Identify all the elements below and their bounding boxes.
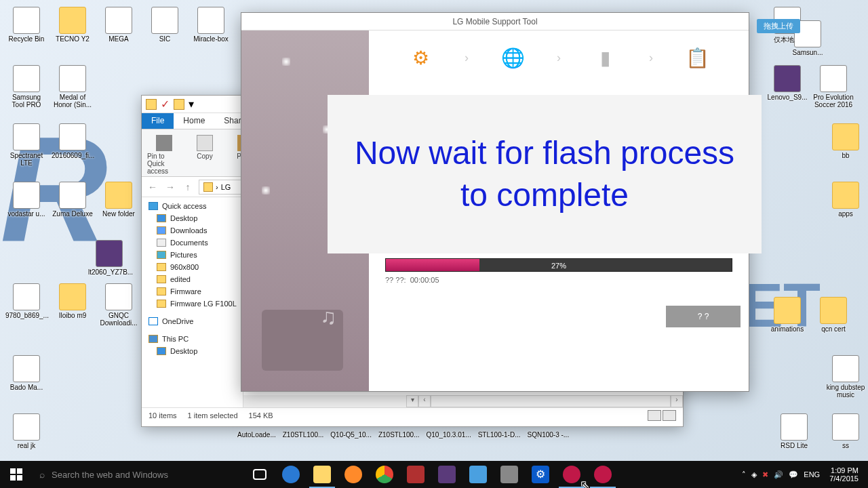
desktop-icon[interactable]: 20160609_fi... — [52, 123, 94, 159]
nav-quick-access[interactable]: Quick access — [142, 200, 243, 212]
desktop-icon-label[interactable]: Q10-Q5_10... — [330, 431, 372, 439]
tray-language[interactable]: ENG — [804, 470, 820, 479]
desktop-icon-label: animations — [766, 325, 808, 333]
tray-clock[interactable]: 1:09 PM 7/4/2015 — [825, 466, 863, 483]
lg-app-1[interactable] — [556, 461, 587, 488]
desktop-icon[interactable]: Pro Evolution Soccer 2016 — [812, 65, 854, 108]
desktop-icon[interactable]: GNQC Downloadi... — [98, 283, 140, 327]
nav-pictures[interactable]: Pictures — [142, 249, 243, 261]
desktop-icon-label[interactable]: AutoLoade... — [237, 431, 276, 439]
desktop-icon[interactable]: MEGA — [98, 7, 140, 43]
lg-app-2[interactable] — [587, 461, 618, 488]
explorer-hscrollbar[interactable]: ▾ ‹ › — [243, 395, 683, 407]
desktop-icon-label[interactable]: SQN100-3 -... — [527, 431, 569, 439]
drag-upload-badge[interactable]: 拖拽上传 — [757, 19, 800, 33]
desktop-icon-label[interactable]: Z10STL100... — [283, 431, 324, 439]
tab-home[interactable]: Home — [174, 113, 214, 129]
edge-app[interactable] — [275, 461, 307, 488]
tray-chevron-up-icon[interactable]: ˄ — [742, 470, 746, 479]
nav-folder-firmware[interactable]: Firmware — [142, 285, 243, 298]
qat-dropdown-icon[interactable]: ▾ — [189, 98, 194, 110]
nav-onedrive[interactable]: OneDrive — [142, 315, 243, 327]
desktop-icon[interactable]: Iloibo m9 — [52, 283, 94, 319]
desktop-icon[interactable]: Spectranet LTE — [5, 123, 47, 167]
scroll-track[interactable] — [431, 395, 671, 407]
desktop-icon[interactable]: qcn cert — [812, 297, 854, 333]
printer-app[interactable] — [494, 461, 525, 488]
nav-up-button[interactable]: ↑ — [181, 180, 195, 194]
desktop-icon[interactable]: Medal of Honor (Sin... — [52, 65, 94, 108]
tool-app[interactable] — [462, 461, 494, 488]
desktop-icon-label: New folder — [98, 210, 140, 218]
taskbar-search[interactable]: ⌕ Search the web and Windows — [33, 461, 236, 488]
desktop-icon[interactable]: bb — [825, 123, 867, 159]
scroll-dropdown-button[interactable]: ▾ — [406, 395, 418, 407]
view-thumbnails-button[interactable] — [663, 410, 676, 421]
desktop-icon[interactable]: New folder — [98, 182, 140, 218]
desktop-icon[interactable]: SIC — [144, 7, 186, 43]
recorder-app[interactable] — [400, 461, 431, 488]
desktop-icon[interactable]: TECNO Y2 — [52, 7, 94, 43]
winrar-app[interactable] — [431, 461, 462, 488]
desktop-icon[interactable]: vodastar u... — [5, 182, 47, 218]
desktop-icon-label: Recycle Bin — [5, 35, 47, 43]
desktop-icon[interactable]: Lenovo_S9... — [766, 65, 808, 101]
desktop-icon-label[interactable]: Q10_10.3.01... — [427, 431, 471, 439]
recorder-icon — [407, 466, 425, 483]
desktop-icon[interactable]: Samsung Tool PRO — [5, 65, 47, 108]
folder-icon — [174, 99, 184, 110]
desktop-icon-label: TECNO Y2 — [52, 35, 94, 43]
tab-file[interactable]: File — [142, 113, 174, 129]
firefox-app[interactable] — [338, 461, 369, 488]
folder-icon — [146, 99, 157, 110]
chevron-right-icon: › — [557, 51, 561, 65]
nav-forward-button[interactable]: → — [163, 180, 177, 194]
desktop-icon[interactable]: Recycle Bin — [5, 7, 47, 43]
desktop-icon[interactable]: lt2060_YZ7B... — [88, 240, 130, 276]
desktop-icon[interactable]: Zuma Deluxe — [52, 182, 94, 218]
desktop-icon[interactable]: RSD Lite — [773, 413, 815, 449]
tray-volume-icon[interactable]: 🔊 — [774, 470, 783, 479]
nav-desktop-2[interactable]: Desktop — [142, 345, 243, 357]
settings-app[interactable]: ⚙ — [525, 461, 556, 488]
nav-folder-edited[interactable]: edited — [142, 273, 243, 285]
nav-desktop[interactable]: Desktop — [142, 212, 243, 224]
desktop-icon[interactable]: king dubstep music — [825, 355, 867, 399]
desktop-icon[interactable]: real jk — [5, 413, 47, 449]
scroll-left-button[interactable]: ‹ — [418, 395, 431, 407]
step-phone-icon: ▮ — [589, 42, 620, 73]
desktop-icon-label[interactable]: STL100-1-D... — [478, 431, 521, 439]
nav-downloads[interactable]: Downloads — [142, 224, 243, 237]
nav-documents[interactable]: Documents — [142, 237, 243, 249]
desktop-icon[interactable]: Bado Ma... — [5, 355, 47, 391]
chrome-app[interactable] — [369, 461, 400, 488]
sparkle-icon — [262, 186, 270, 195]
app-icon — [105, 7, 132, 34]
lg-action-button[interactable]: ? ? — [666, 306, 741, 327]
scroll-right-button[interactable]: › — [671, 395, 683, 407]
nav-folder-firmware-lg[interactable]: Firmware LG F100L — [142, 298, 243, 310]
desktop-icon-label[interactable]: Z10STL100... — [378, 431, 420, 439]
desktop-icon[interactable]: ss — [825, 413, 867, 449]
taskview-button[interactable] — [244, 461, 275, 488]
desktop-icon[interactable]: Miracle-box — [190, 7, 232, 43]
tray-warning-icon[interactable]: ✖ — [762, 470, 768, 479]
copy-button[interactable]: Copy — [188, 132, 222, 160]
tray-network-icon[interactable]: ◈ — [751, 470, 757, 479]
pin-quick-access-button[interactable]: Pin to Quick access — [147, 132, 181, 175]
nav-folder-960x800[interactable]: 960x800 — [142, 261, 243, 273]
desktop-icon[interactable]: apps — [825, 182, 867, 218]
explorer-app[interactable] — [307, 461, 338, 488]
nav-back-button[interactable]: ← — [146, 180, 159, 194]
desktop-icon[interactable]: animations — [766, 297, 808, 333]
nav-this-pc[interactable]: This PC — [142, 333, 243, 345]
view-details-button[interactable] — [648, 410, 661, 421]
tray-notification-icon[interactable]: 💬 — [789, 470, 798, 479]
start-button[interactable] — [0, 461, 33, 488]
desktop-icon — [157, 214, 166, 222]
app-icon — [13, 182, 40, 209]
desktop-icon-label: SIC — [144, 35, 186, 43]
bin-icon — [13, 7, 40, 34]
folder-icon — [774, 297, 801, 324]
desktop-icon[interactable]: 9780_b869_... — [5, 283, 47, 319]
